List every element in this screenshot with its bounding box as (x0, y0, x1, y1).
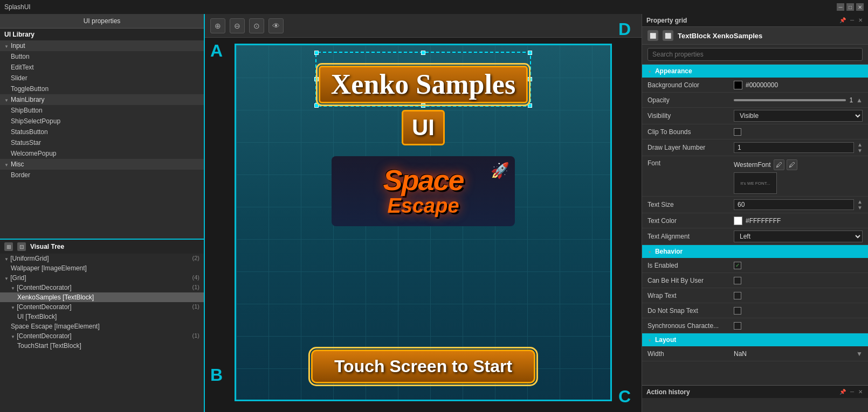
visibility-select[interactable]: Visible Hidden Collapsed (734, 110, 863, 122)
lib-category-input[interactable]: Input (0, 40, 204, 51)
sel-handle-ml[interactable] (314, 77, 319, 81)
prop-label-clip: Clip To Bounds (647, 128, 734, 136)
prop-clip-to-bounds: Clip To Bounds (642, 124, 868, 139)
prop-opacity: Opacity 1 ▲ (642, 93, 868, 108)
lib-item-statusbutton[interactable]: StatusButton (0, 127, 204, 137)
main-layout: UI properties UI Library Input Button Ed… (0, 14, 868, 412)
title-bar: SplashUI ─ □ ✕ (0, 0, 868, 14)
checkbox-donotsnap[interactable] (734, 307, 741, 315)
tool-btn-1[interactable]: ⊕ (210, 18, 225, 33)
opacity-spin-up[interactable]: ▲ (856, 96, 863, 104)
tree-item-wallpaper[interactable]: Wallpaper [ImageElement] (0, 263, 204, 273)
tool-btn-2[interactable]: ⊖ (230, 18, 245, 33)
action-history-close[interactable]: ✕ (857, 388, 864, 396)
prop-close-button[interactable]: ✕ (857, 16, 864, 24)
tree-item-contentdecorator-2[interactable]: [ContentDecorator] (1) (0, 302, 204, 312)
prop-pin-button[interactable]: 📌 (838, 16, 847, 24)
minimize-button[interactable]: ─ (837, 3, 844, 11)
checkbox-isenabled[interactable]: ✓ (734, 262, 741, 269)
checkbox-clip[interactable] (734, 128, 741, 136)
prop-sync-char: Synchronous Characte... (642, 318, 868, 333)
width-spin-down[interactable]: ▼ (856, 350, 863, 358)
xenko-title-container[interactable]: Xenko Samples (319, 55, 528, 103)
drawlayer-spin-up[interactable]: ▲▼ (857, 142, 863, 153)
lib-item-statusstar[interactable]: StatusStar (0, 137, 204, 148)
space-escape-logo: Space Escape 🚀 (332, 156, 515, 226)
prop-draw-layer: Draw Layer Number ▲▼ (642, 139, 868, 156)
touch-block[interactable]: Touch Screen to Start (311, 350, 535, 383)
visual-tree-content: [UniformGrid] (2) Wallpaper [ImageElemen… (0, 254, 204, 412)
tree-item-uniformgrid[interactable]: [UniformGrid] (2) (0, 254, 204, 263)
text-size-input[interactable] (734, 199, 854, 210)
font-edit-btn[interactable]: 🖊 (774, 159, 784, 170)
lib-category-mainlibrary[interactable]: MainLibrary (0, 94, 204, 105)
sel-handle-br[interactable] (528, 103, 532, 108)
expand-appearance-icon (647, 67, 652, 75)
lib-category-misc[interactable]: Misc (0, 159, 204, 170)
tree-item-grid[interactable]: [Grid] (4) (0, 273, 204, 283)
tree-item-spaceescape[interactable]: Space Escape [ImageElement] (0, 322, 204, 331)
lib-item-welcomepopup[interactable]: WelcomePopup (0, 148, 204, 159)
lib-item-slider[interactable]: Slider (0, 73, 204, 83)
sel-handle-mr[interactable] (528, 77, 532, 81)
ui-block[interactable]: UI (402, 110, 445, 145)
prop-minimize-button[interactable]: ─ (849, 16, 855, 24)
tree-item-contentdecorator-3[interactable]: [ContentDecorator] (1) (0, 331, 204, 341)
prop-label-font: Font (647, 159, 734, 167)
expand-mainlibrary-icon (4, 96, 9, 103)
sel-handle-tr[interactable] (528, 51, 532, 55)
prop-label-textsize: Text Size (647, 201, 734, 208)
expand-input-icon (4, 42, 9, 50)
sel-handle-bl[interactable] (314, 103, 319, 108)
tool-btn-eye[interactable]: 👁 (268, 18, 284, 33)
action-history-pin[interactable]: 📌 (838, 388, 847, 396)
expand-misc-icon (4, 160, 9, 168)
prop-value-donotsnap (734, 307, 863, 315)
color-box-white[interactable] (734, 217, 742, 225)
tree-item-ui[interactable]: UI [TextBlock] (0, 312, 204, 322)
lib-item-shipselectpopup[interactable]: ShipSelectPopup (0, 116, 204, 127)
tree-item-touchstart[interactable]: TouchStart [TextBlock] (0, 341, 204, 351)
checkbox-syncchar[interactable] (734, 322, 741, 330)
font-name-text: WesternFont (734, 161, 770, 169)
text-alignment-select[interactable]: Left Center Right (734, 231, 863, 242)
prop-wrap-text: Wrap Text (642, 288, 868, 303)
sel-handle-bm[interactable] (421, 103, 425, 108)
textsize-spin[interactable]: ▲▼ (857, 199, 863, 211)
lib-item-togglebutton[interactable]: ToggleButton (0, 83, 204, 94)
draw-layer-input[interactable] (734, 142, 854, 153)
prop-visibility: Visibility Visible Hidden Collapsed (642, 108, 868, 124)
color-box-black[interactable] (734, 81, 742, 89)
expand-cd1-icon (11, 284, 15, 291)
tree-item-contentdecorator-1[interactable]: [ContentDecorator] (1) (0, 283, 204, 292)
prop-label-isenabled: Is Enabled (647, 262, 734, 269)
search-input[interactable] (647, 48, 863, 61)
prop-label-canbehit: Can Be Hit By User (647, 277, 734, 284)
property-search (642, 45, 868, 65)
lib-item-edittext[interactable]: EditText (0, 62, 204, 73)
lib-item-button[interactable]: Button (0, 51, 204, 62)
expand-grid-icon (4, 274, 9, 282)
ui-library: UI Library Input Button EditText Slider … (0, 29, 204, 239)
maximize-button[interactable]: □ (846, 3, 854, 11)
tool-btn-3[interactable]: ⊙ (249, 18, 264, 33)
prop-label-drawlayer: Draw Layer Number (647, 144, 734, 151)
close-button[interactable]: ✕ (856, 3, 864, 11)
property-grid-header: Property grid 📌 ─ ✕ (642, 14, 868, 27)
sel-handle-tl[interactable] (314, 51, 319, 55)
action-history-minimize[interactable]: ─ (849, 388, 855, 396)
prop-value-textalign: Left Center Right (734, 231, 863, 242)
lib-item-shipbutton[interactable]: ShipButton (0, 105, 204, 116)
lib-item-border[interactable]: Border (0, 170, 204, 180)
checkbox-wraptext[interactable] (734, 292, 741, 299)
prop-text-alignment: Text Alignment Left Center Right (642, 228, 868, 245)
prop-donotsnap: Do Not Snap Text (642, 303, 868, 318)
canvas-toolbar: ⊕ ⊖ ⊙ 👁 (205, 14, 642, 38)
checkbox-canbehit[interactable] (734, 277, 741, 284)
sel-handle-tm[interactable] (421, 51, 425, 55)
font-clear-btn[interactable]: 🖊 (787, 159, 797, 170)
prop-text-textcolor: #FFFFFFFF (746, 217, 781, 225)
se-logo-text: Space Escape (383, 165, 463, 218)
tree-item-xenkosamples[interactable]: XenkoSamples [TextBlock] (0, 292, 204, 302)
entity-name: TextBlock XenkoSamples (678, 32, 762, 40)
